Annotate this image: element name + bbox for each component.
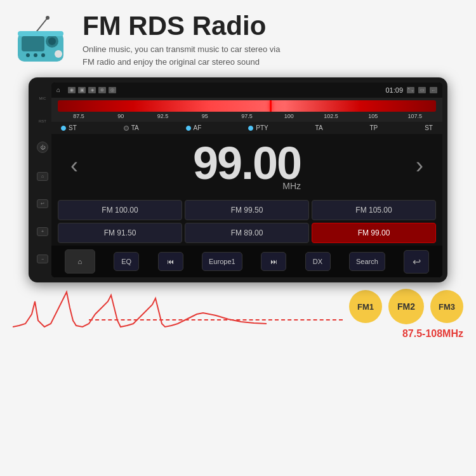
vol-up-button[interactable]: +	[37, 227, 48, 236]
power-button[interactable]: ⏻	[37, 142, 48, 153]
rst-label: RST	[39, 119, 46, 123]
svg-point-1	[46, 16, 50, 20]
opt-tp-label: TP	[369, 124, 378, 131]
opt-ta2-label: TA	[315, 124, 323, 131]
page-title: FM RDS Radio	[83, 11, 457, 41]
preset-buttons: FM 100.00 FM 99.50 FM 105.00 FM 91.50 FM…	[51, 197, 442, 246]
home-button[interactable]: ⌂	[65, 249, 95, 274]
mic-label: MIC	[39, 96, 46, 100]
fm-badges: FM1 FM2 FM3 87.5-108MHz	[349, 289, 463, 340]
freq-label-7: 105	[352, 113, 394, 119]
freq-labels: 87.5 90 92.5 95 97.5 100 102.5 105 107.5	[58, 112, 436, 121]
svg-point-5	[48, 37, 56, 45]
prev-freq-button[interactable]: ‹	[70, 154, 78, 177]
preset-6[interactable]: FM 99.00	[312, 223, 436, 243]
prev-button[interactable]: ⏮	[158, 252, 183, 271]
status-home-icon: ⌂	[56, 86, 65, 94]
freq-label-2: 92.5	[142, 113, 183, 119]
status-right: 01:09 ⌃⌄ ▭ ←	[385, 86, 437, 94]
preset-2[interactable]: FM 99.50	[185, 200, 309, 220]
opt-pty[interactable]: PTY	[248, 124, 268, 131]
search-button[interactable]: Search	[349, 252, 385, 271]
car-stereo-device: MIC RST ⏻ ⌂ ↩ + − ⌂ ◉ ▣ ◈ ⊛ ◎ 01:09	[29, 77, 447, 282]
opt-ta-label: TA	[131, 124, 139, 131]
preset-4[interactable]: FM 91.50	[58, 223, 182, 243]
freq-label-4: 97.5	[226, 113, 268, 119]
frequency-slider[interactable]: 87.5 90 92.5 95 97.5 100 102.5 105 107.5	[51, 98, 442, 122]
opt-af-label: AF	[194, 124, 202, 131]
svg-point-9	[55, 50, 62, 58]
freq-number: 99.00	[193, 140, 301, 186]
opt-st[interactable]: ST	[61, 124, 77, 131]
opt-tp[interactable]: TP	[369, 124, 378, 131]
svg-rect-10	[18, 31, 63, 36]
radio-icon	[13, 15, 76, 68]
slider-track	[58, 100, 436, 112]
screen: ⌂ ◉ ▣ ◈ ⊛ ◎ 01:09 ⌃⌄ ▭ ←	[51, 83, 442, 277]
dashed-line	[89, 319, 343, 321]
opt-st2-label: ST	[425, 124, 433, 131]
preset-1[interactable]: FM 100.00	[58, 200, 182, 220]
opt-st-dot	[61, 126, 66, 131]
next-button[interactable]: ⏭	[261, 252, 286, 271]
radio-options: ST TA AF PTY TA TP	[51, 122, 442, 134]
opt-ta2[interactable]: TA	[315, 124, 323, 131]
slider-indicator	[270, 100, 272, 112]
svg-point-6	[26, 53, 30, 57]
bottom-controls: ⌂ EQ ⏮ Europe1 ⏭ DX Search ↩	[51, 246, 442, 277]
preset-3[interactable]: FM 105.00	[312, 200, 436, 220]
home-side-button[interactable]: ⌂	[37, 172, 48, 181]
status-icon-2: ▣	[78, 87, 86, 93]
opt-af[interactable]: AF	[186, 124, 202, 131]
opt-pty-dot	[248, 126, 253, 131]
opt-st2[interactable]: ST	[425, 124, 433, 131]
station-button[interactable]: Europe1	[202, 252, 242, 271]
page-subtitle: Online music, you can transmit music to …	[83, 43, 457, 68]
freq-label-3: 95	[184, 113, 226, 119]
waveform	[13, 289, 349, 340]
fm-badges-row: FM1 FM2 FM3	[349, 289, 463, 324]
freq-label-5: 100	[268, 113, 310, 119]
status-left: ⌂ ◉ ▣ ◈ ⊛ ◎	[56, 86, 116, 94]
opt-ta[interactable]: TA	[124, 124, 139, 131]
fm3-badge: FM3	[430, 290, 463, 323]
dx-button[interactable]: DX	[305, 252, 331, 271]
eq-button[interactable]: EQ	[114, 252, 139, 271]
opt-ta-dot	[124, 126, 129, 131]
fm2-badge: FM2	[388, 289, 424, 324]
status-bar: ⌂ ◉ ▣ ◈ ⊛ ◎ 01:09 ⌃⌄ ▭ ←	[51, 83, 442, 98]
svg-point-8	[41, 53, 45, 57]
freq-label-8: 107.5	[394, 113, 436, 119]
back-button[interactable]: ↩	[404, 250, 429, 274]
top-section: FM RDS Radio Online music, you can trans…	[0, 0, 476, 74]
status-time: 01:09	[385, 86, 403, 94]
back-side-button[interactable]: ↩	[37, 199, 48, 208]
fm-freq-range: 87.5-108MHz	[402, 328, 463, 340]
current-frequency: 99.00 MHz	[193, 140, 301, 191]
freq-label-1: 90	[100, 113, 142, 119]
status-expand-icon: ⌃⌄	[407, 87, 414, 93]
status-icon-3: ◈	[88, 87, 96, 93]
svg-rect-3	[22, 36, 44, 51]
device-wrapper: MIC RST ⏻ ⌂ ↩ + − ⌂ ◉ ▣ ◈ ⊛ ◎ 01:09	[0, 77, 476, 282]
freq-label-0: 87.5	[58, 113, 100, 119]
vol-down-button[interactable]: −	[37, 255, 48, 263]
status-back-icon: ←	[430, 87, 437, 93]
side-buttons: MIC RST ⏻ ⌂ ↩ + −	[34, 83, 51, 277]
opt-pty-label: PTY	[256, 124, 268, 131]
bottom-section: FM1 FM2 FM3 87.5-108MHz	[0, 282, 476, 346]
top-text: FM RDS Radio Online music, you can trans…	[76, 11, 457, 68]
preset-5[interactable]: FM 89.00	[185, 223, 309, 243]
svg-point-7	[34, 53, 37, 57]
status-screen-icon: ▭	[418, 87, 426, 93]
status-icon-4: ⊛	[98, 87, 106, 93]
next-freq-button[interactable]: ›	[416, 154, 423, 177]
freq-label-6: 102.5	[310, 113, 352, 119]
waveform-svg	[13, 289, 267, 340]
fm1-badge: FM1	[349, 290, 382, 323]
opt-st-label: ST	[69, 124, 77, 131]
status-icon-5: ◎	[109, 87, 116, 93]
status-icon-1: ◉	[68, 87, 76, 93]
opt-af-dot	[186, 126, 191, 131]
main-frequency-display: ‹ 99.00 MHz ›	[51, 134, 442, 197]
